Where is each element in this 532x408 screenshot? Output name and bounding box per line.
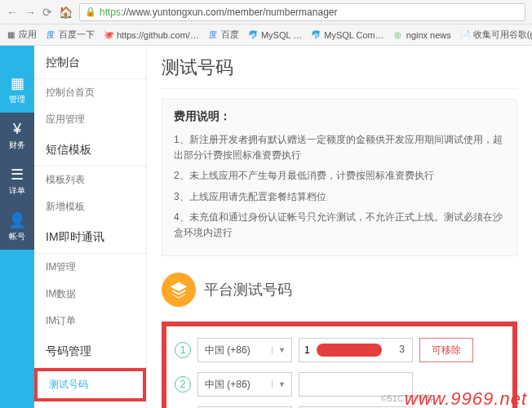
mysql-icon: 🐬 [310, 29, 321, 41]
fee-explanation: 费用说明： 1、新注册开发者拥有默认赠送一定额度的金额供开发应用期间调试使用，超… [162, 99, 517, 256]
reload-button[interactable]: ⟳ [42, 6, 52, 19]
home-button[interactable]: 🏠 [59, 6, 73, 19]
section-header: 平台测试号码 [162, 273, 517, 307]
bookmark-nginx[interactable]: ◎nginx news [392, 29, 451, 41]
country-select[interactable]: 中国 (+86) ▼ [197, 372, 292, 397]
sidebar: 控制台 控制台首页 应用管理 短信模板 模板列表 新增模板 IM即时通讯 IM管… [34, 46, 147, 408]
section-title: 平台测试号码 [204, 280, 292, 299]
mysql-icon: 🐬 [247, 29, 259, 41]
sidebar-item-im-data[interactable]: IM数据 [34, 281, 146, 308]
bookmark-github[interactable]: 🐙https://github.com/… [103, 29, 199, 41]
page-icon: 📄 [459, 29, 471, 41]
fee-title: 费用说明： [174, 109, 505, 124]
bookmark-baidu[interactable]: 度百度一下 [45, 29, 95, 41]
sidebar-item-template-list[interactable]: 模板列表 [34, 166, 146, 193]
baidu-icon: 度 [45, 29, 56, 41]
row-number-badge: 2 [175, 376, 191, 392]
bookmarks-bar: ▦应用 度百度一下 🐙https://github.com/… 度百度 🐬MyS… [0, 24, 532, 46]
stack-icon [162, 273, 196, 307]
bookmark-mysql1[interactable]: 🐬MySQL … [247, 29, 302, 41]
chevron-down-icon[interactable]: ▼ [272, 380, 291, 388]
remove-button[interactable]: 可移除 [419, 338, 473, 362]
rail-detail[interactable]: ☰ 详单 [0, 158, 34, 204]
bookmark-google[interactable]: 📄收集可用谷歌(google… [459, 29, 532, 41]
sidebar-group-sms: 短信模板 [34, 133, 146, 166]
fee-item: 4、未充值和通过身份认证帐号只允许测试，不允许正式上线。测试必须在沙盒环境内进行 [174, 210, 505, 241]
url-protocol: https [100, 7, 121, 18]
nginx-icon: ◎ [392, 29, 404, 41]
bookmark-apps[interactable]: ▦应用 [5, 29, 37, 41]
url-rest: ://www.yuntongxun.com/member/numbermanag… [121, 7, 337, 18]
bookmark-baidu2[interactable]: 度百度 [207, 29, 239, 41]
yuan-icon: ¥ [13, 121, 21, 138]
lock-icon: 🔒 [85, 7, 96, 17]
country-label: 中国 (+86) [198, 378, 272, 392]
country-label: 中国 (+86) [198, 344, 272, 357]
back-button[interactable]: ← [7, 6, 18, 19]
row-number-badge: 1 [175, 342, 191, 358]
sidebar-item-new-template[interactable]: 新增模板 [34, 193, 146, 220]
list-icon: ☰ [11, 166, 24, 184]
sidebar-group-im: IM即时通讯 [34, 220, 146, 254]
bookmark-mysql2[interactable]: 🐬MySQL Com… [310, 29, 384, 41]
sidebar-group-console: 控制台 [34, 46, 146, 79]
main-content: 测试号码 费用说明： 1、新注册开发者拥有默认赠送一定额度的金额供开发应用期间调… [147, 46, 532, 408]
phone-suffix: 3 [399, 344, 405, 355]
user-icon: 👤 [8, 211, 26, 229]
sidebar-group-numbers: 号码管理 [34, 335, 146, 368]
fee-item: 2、未上线应用不产生每月最低消费，计费按照标准资费执行 [174, 168, 505, 184]
sidebar-item-ivr-number[interactable]: IVR号码 [34, 401, 146, 408]
sidebar-item-app-manage[interactable]: 应用管理 [34, 106, 146, 133]
sidebar-item-console-home[interactable]: 控制台首页 [34, 79, 146, 106]
browser-toolbar: ← → ⟳ 🏠 🔒 https ://www.yuntongxun.com/me… [0, 0, 532, 24]
sidebar-item-im-manage[interactable]: IM管理 [34, 254, 146, 281]
rail-finance[interactable]: ¥ 财务 [0, 113, 34, 158]
grid-icon: ▦ [11, 74, 24, 92]
redaction-bar [317, 344, 382, 357]
rail-manage[interactable]: ▦ 管理 [0, 67, 34, 113]
apps-icon: ▦ [5, 29, 16, 41]
chevron-down-icon[interactable]: ▼ [272, 346, 291, 354]
fee-item: 1、新注册开发者拥有默认赠送一定额度的金额供开发应用期间调试使用，超出部分计费按… [174, 132, 505, 163]
watermark: www.9969.net [405, 388, 527, 408]
number-row-1: 1 中国 (+86) ▼ 3 可移除 [175, 338, 504, 362]
forward-button[interactable]: → [24, 6, 36, 19]
baidu-icon: 度 [207, 29, 219, 41]
country-select[interactable]: 中国 (+86) ▼ [197, 338, 292, 362]
sidebar-item-im-order[interactable]: IM订单 [34, 308, 146, 335]
url-bar[interactable]: 🔒 https ://www.yuntongxun.com/member/num… [79, 3, 525, 21]
svg-marker-0 [172, 283, 186, 290]
fee-item: 3、上线应用请先配置套餐结算档位 [174, 189, 505, 205]
sidebar-item-test-number[interactable]: 测试号码 [34, 368, 146, 401]
github-icon: 🐙 [103, 29, 114, 41]
left-rail: ▦ 管理 ¥ 财务 ☰ 详单 👤 帐号 [0, 46, 34, 408]
page-title: 测试号码 [162, 55, 517, 89]
rail-account[interactable]: 👤 帐号 [0, 204, 34, 250]
